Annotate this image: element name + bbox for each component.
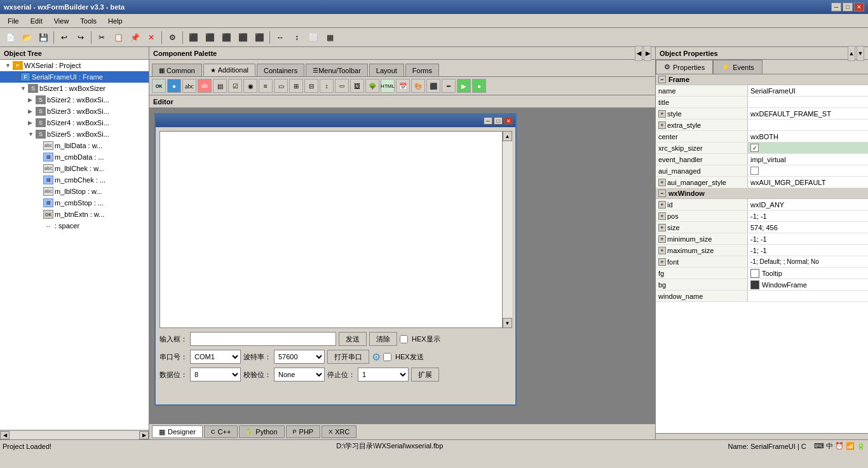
xrc-checkbox[interactable]: ✓: [750, 144, 759, 152]
port-select[interactable]: COM1 COM2 COM3: [190, 350, 241, 364]
props-tab-properties[interactable]: ⚙ Properties: [656, 60, 713, 74]
expand-icon-bsizer5[interactable]: ▼: [28, 131, 36, 137]
expand-icon-bsizer4[interactable]: ▶: [28, 120, 36, 126]
redo-button[interactable]: ↪: [73, 30, 88, 45]
tab-containers[interactable]: Containers: [257, 64, 304, 76]
palette-text-icon[interactable]: abc: [182, 79, 196, 93]
stopbit-select[interactable]: 1 2: [358, 368, 409, 382]
palette-check-icon[interactable]: ☑: [228, 79, 242, 93]
frame-maximize-btn[interactable]: □: [494, 117, 503, 125]
maximize-button[interactable]: □: [843, 3, 853, 11]
aui-checkbox[interactable]: [750, 167, 759, 175]
tree-item-spacer[interactable]: ↔ : spacer: [0, 220, 149, 231]
checkbit-select[interactable]: None Odd Even: [274, 368, 325, 382]
expand-vert-button[interactable]: ↕: [289, 30, 304, 45]
copy-button[interactable]: 📋: [111, 30, 126, 45]
paste-button[interactable]: 📌: [127, 30, 142, 45]
tab-designer[interactable]: ▦ Designer: [152, 425, 203, 438]
minimize-button[interactable]: ─: [831, 3, 841, 11]
palette-static-icon[interactable]: ▭: [335, 79, 349, 93]
prop-style-value[interactable]: wxDEFAULT_FRAME_ST: [748, 108, 868, 119]
props-scroll-up[interactable]: ▲: [848, 46, 855, 61]
new-button[interactable]: 📄: [3, 30, 18, 45]
close-button[interactable]: ✕: [854, 3, 864, 11]
prop-event-value[interactable]: impl_virtual: [748, 154, 868, 165]
send-button[interactable]: 发送: [339, 332, 367, 346]
align-right-button[interactable]: ⬛: [219, 30, 234, 45]
cut-button[interactable]: ✂: [94, 30, 109, 45]
tree-content[interactable]: ▼ P WXSerial : Project ▼ F SerialFrameUI…: [0, 60, 149, 430]
prop-maxsize-value[interactable]: -1; -1: [748, 245, 868, 256]
tree-item-lbldata[interactable]: abc m_lblData : w...: [0, 140, 149, 151]
palette-listbox-icon[interactable]: ▭: [274, 79, 288, 93]
palette-scroll-right[interactable]: ▶: [644, 46, 651, 61]
input-field[interactable]: [190, 332, 336, 346]
tab-common[interactable]: ▦ Common: [152, 64, 202, 76]
tree-item-bsizer1[interactable]: ▼ S bSizer1 : wxBoxSizer: [0, 83, 149, 94]
hex-send-checkbox[interactable]: [383, 353, 391, 361]
palette-color-icon[interactable]: ●: [167, 79, 181, 93]
align-top-button[interactable]: ⬛: [235, 30, 250, 45]
palette-bmp-icon[interactable]: 🖼: [350, 79, 364, 93]
prop-aumgr-value[interactable]: wxAUI_MGR_DEFAULT: [748, 177, 868, 188]
tree-item-bsizer5[interactable]: ▼ S bSizer5 : wxBoxSi...: [0, 128, 149, 140]
scroll-down-btn[interactable]: ▼: [503, 318, 512, 328]
palette-led-icon[interactable]: ●: [472, 79, 486, 93]
save-button[interactable]: 💾: [36, 30, 51, 45]
frame-textarea[interactable]: [159, 131, 512, 328]
align-center-button[interactable]: ⬛: [202, 30, 217, 45]
expand-button[interactable]: 扩展: [411, 368, 439, 382]
databit-select[interactable]: 8 7 6: [190, 368, 241, 382]
expand-icon-bsizer3[interactable]: ▶: [28, 108, 36, 114]
prop-name-value[interactable]: SerialFrameUI: [748, 85, 868, 96]
palette-gauge2-icon[interactable]: ▶: [457, 79, 471, 93]
tree-item-lblstop[interactable]: abc m_lblStop : w...: [0, 186, 149, 197]
tree-item-lblchek[interactable]: abc m_lblChek : w...: [0, 163, 149, 174]
delete-button[interactable]: ✕: [144, 30, 159, 45]
tree-item-frame[interactable]: ▼ F SerialFrameUI : Frame: [0, 71, 149, 83]
prop-bg-value[interactable]: WindowFrame: [748, 279, 868, 290]
tree-item-bsizer3[interactable]: ▶ S bSizer3 : wxBoxSi...: [0, 106, 149, 117]
menu-tools[interactable]: Tools: [75, 16, 102, 26]
scroll-left-btn[interactable]: ◀: [0, 431, 10, 439]
tab-xrc[interactable]: X XRC: [322, 425, 356, 438]
open-button[interactable]: 📂: [19, 30, 34, 45]
tab-layout[interactable]: Layout: [369, 64, 404, 76]
palette-list-icon[interactable]: ≡: [259, 79, 273, 93]
layout-button[interactable]: ▦: [322, 30, 337, 45]
prop-id-value[interactable]: wxID_ANY: [748, 199, 868, 210]
tree-item-btnextn[interactable]: OK m_btnExtn : w...: [0, 209, 149, 220]
palette-picker-icon[interactable]: 🎨: [411, 79, 425, 93]
shrink-button[interactable]: ⬜: [306, 30, 321, 45]
palette-spin-icon[interactable]: ↕: [320, 79, 334, 93]
prop-font-value[interactable]: -1; Default; ; Normal; No: [748, 256, 868, 267]
tree-item-bsizer4[interactable]: ▶ S bSizer4 : wxBoxSi...: [0, 117, 149, 128]
menu-help[interactable]: Help: [103, 16, 128, 26]
palette-slider-icon[interactable]: ⊟: [304, 79, 318, 93]
prop-title-value[interactable]: [748, 97, 868, 107]
palette-ok-icon[interactable]: OK: [152, 79, 166, 93]
tab-php[interactable]: P PHP: [286, 425, 321, 438]
palette-toggle-icon[interactable]: ⬛: [426, 79, 440, 93]
prop-center-value[interactable]: wxBOTH: [748, 131, 868, 142]
clear-button[interactable]: 清除: [369, 332, 397, 346]
props-section-frame[interactable]: − Frame: [656, 74, 868, 85]
palette-edit-icon[interactable]: ab: [198, 79, 212, 93]
id-expand-btn[interactable]: +: [658, 201, 666, 209]
style-expand-btn[interactable]: +: [658, 110, 666, 118]
font-expand-btn[interactable]: +: [658, 258, 666, 266]
minsize-expand-btn[interactable]: +: [658, 235, 666, 243]
tab-cpp[interactable]: C C++: [204, 425, 238, 438]
palette-combo-icon[interactable]: ▤: [213, 79, 227, 93]
pos-expand-btn[interactable]: +: [658, 212, 666, 220]
prop-aui-value[interactable]: [748, 165, 868, 176]
size-expand-btn[interactable]: +: [658, 224, 666, 231]
tab-forms[interactable]: Forms: [405, 64, 439, 76]
expand-icon-frame[interactable]: ▼: [13, 74, 20, 80]
props-section-wxwindow[interactable]: − wxWindow: [656, 188, 868, 199]
align-left-button[interactable]: ⬛: [186, 30, 201, 45]
prop-size-value[interactable]: 574; 456: [748, 222, 868, 233]
palette-scroll-left[interactable]: ◀: [635, 46, 642, 61]
settings-button[interactable]: ⚙: [165, 30, 180, 45]
prop-xrc-value[interactable]: ✓: [748, 142, 868, 153]
